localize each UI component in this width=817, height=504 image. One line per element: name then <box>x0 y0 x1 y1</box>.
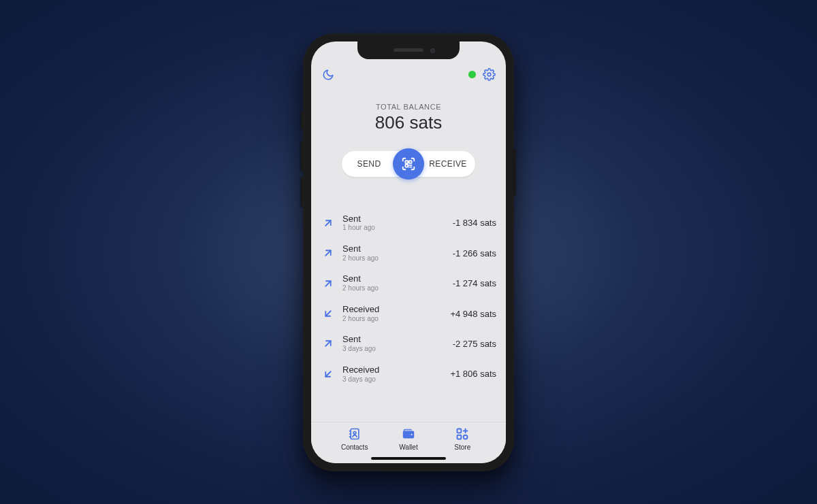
svg-rect-18 <box>458 429 462 433</box>
svg-line-10 <box>325 311 331 316</box>
transaction-info: Sent2 hours ago <box>342 244 453 262</box>
moon-icon <box>322 69 334 81</box>
transaction-direction-icon <box>321 246 336 261</box>
transaction-row[interactable]: Sent2 hours ago-1 266 sats <box>321 238 496 268</box>
svg-rect-1 <box>405 161 408 163</box>
action-bar: SEND RECEIVE <box>311 151 506 177</box>
transaction-row[interactable]: Sent3 days ago-2 275 sats <box>321 329 496 358</box>
arrow-up-right-icon <box>322 278 334 290</box>
balance-section: TOTAL BALANCE 806 sats <box>311 103 506 133</box>
tab-contacts[interactable]: Contacts <box>334 426 375 451</box>
arrow-up-right-icon <box>322 217 334 229</box>
phone-screen: TOTAL BALANCE 806 sats SEND RECEIVE Sent… <box>311 41 506 463</box>
tab-store[interactable]: Store <box>442 426 483 451</box>
arrow-down-left-icon <box>322 368 334 380</box>
app-content: TOTAL BALANCE 806 sats SEND RECEIVE Sent… <box>311 41 506 463</box>
svg-rect-3 <box>405 164 408 167</box>
qr-scan-icon <box>401 156 416 171</box>
transaction-amount: -1 274 sats <box>453 278 496 288</box>
transaction-amount: +1 806 sats <box>450 369 496 379</box>
phone-notch <box>357 41 460 59</box>
transaction-direction-icon <box>321 306 336 321</box>
balance-value: 806 sats <box>311 112 506 133</box>
transaction-amount: -1 266 sats <box>453 248 496 258</box>
store-icon <box>455 427 469 441</box>
transaction-amount: -2 275 sats <box>453 339 496 349</box>
transaction-direction-icon <box>321 216 336 231</box>
transaction-time: 2 hours ago <box>342 254 453 263</box>
phone-side-button <box>301 112 303 129</box>
transaction-title: Received <box>342 305 450 315</box>
transaction-info: Sent2 hours ago <box>342 274 453 292</box>
phone-side-button <box>301 141 303 171</box>
tab-label: Store <box>454 443 470 451</box>
svg-rect-2 <box>409 161 412 163</box>
tab-label: Contacts <box>341 443 368 451</box>
svg-line-11 <box>325 341 331 347</box>
contacts-icon <box>348 427 362 441</box>
arrow-down-left-icon <box>322 307 334 320</box>
transaction-row[interactable]: Sent1 hour ago-1 834 sats <box>321 208 496 238</box>
phone-speaker <box>394 48 423 52</box>
svg-line-12 <box>325 371 331 377</box>
svg-line-9 <box>325 281 331 286</box>
dark-mode-button[interactable] <box>321 67 336 82</box>
phone-side-button <box>514 149 516 195</box>
transaction-time: 1 hour ago <box>342 224 453 232</box>
transaction-info: Received2 hours ago <box>342 305 450 322</box>
wallet-icon <box>401 426 416 441</box>
transaction-title: Sent <box>342 274 453 284</box>
svg-point-20 <box>464 435 468 439</box>
arrow-up-right-icon <box>322 337 334 350</box>
transaction-list: Sent1 hour ago-1 834 satsSent2 hours ago… <box>311 208 506 422</box>
phone-side-button <box>301 178 303 207</box>
transaction-direction-icon <box>321 336 336 351</box>
phone-camera <box>430 48 435 53</box>
scan-button[interactable] <box>393 148 424 180</box>
transaction-time: 3 days ago <box>342 375 450 384</box>
phone-device-frame: TOTAL BALANCE 806 sats SEND RECEIVE Sent… <box>303 33 514 471</box>
transaction-title: Received <box>342 365 450 375</box>
tab-wallet[interactable]: Wallet <box>388 426 429 451</box>
transaction-info: Sent3 days ago <box>342 335 453 352</box>
transaction-direction-icon <box>321 276 336 291</box>
transaction-title: Sent <box>342 244 453 254</box>
connection-status-indicator <box>468 71 476 78</box>
balance-label: TOTAL BALANCE <box>311 103 506 111</box>
svg-line-7 <box>325 220 331 226</box>
svg-point-14 <box>353 431 356 434</box>
arrow-up-right-icon <box>322 247 334 259</box>
transaction-row[interactable]: Received2 hours ago+4 948 sats <box>321 299 496 329</box>
transaction-title: Sent <box>342 335 453 345</box>
svg-rect-19 <box>458 435 462 439</box>
transaction-time: 3 days ago <box>342 345 453 353</box>
gear-icon <box>483 68 496 81</box>
tab-label: Wallet <box>399 443 417 451</box>
home-indicator[interactable] <box>371 457 446 460</box>
transaction-time: 2 hours ago <box>342 284 453 292</box>
transaction-time: 2 hours ago <box>342 315 450 323</box>
svg-point-0 <box>487 73 491 76</box>
transaction-amount: -1 834 sats <box>453 218 496 228</box>
svg-line-8 <box>325 250 331 256</box>
transaction-row[interactable]: Sent2 hours ago-1 274 sats <box>321 268 496 298</box>
transaction-title: Sent <box>342 214 453 224</box>
transaction-info: Sent1 hour ago <box>342 214 453 232</box>
settings-button[interactable] <box>481 67 496 82</box>
transaction-row[interactable]: Received3 days ago+1 806 sats <box>321 359 496 389</box>
transaction-info: Received3 days ago <box>342 365 450 383</box>
transaction-amount: +4 948 sats <box>450 309 496 319</box>
transaction-direction-icon <box>321 367 336 382</box>
